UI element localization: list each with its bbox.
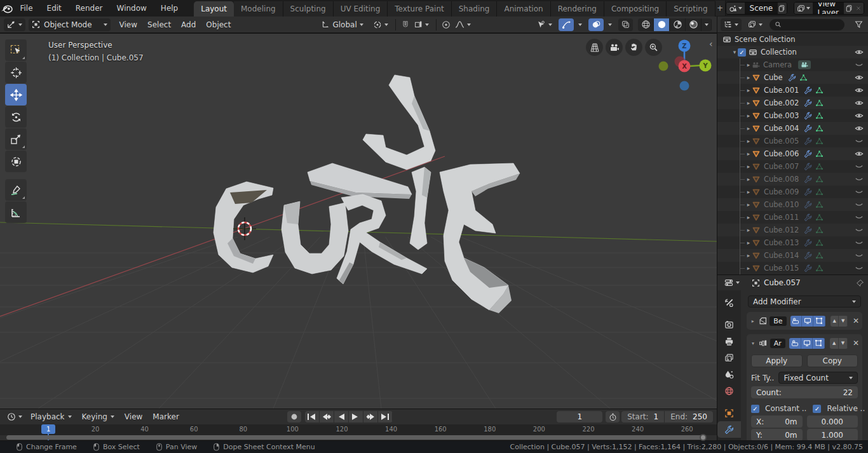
outliner-filter-button[interactable] xyxy=(855,20,863,29)
tab-world[interactable] xyxy=(717,382,741,399)
shading-wireframe-button[interactable] xyxy=(638,18,654,31)
prev-keyframe-button[interactable] xyxy=(320,411,334,423)
timeline-menu-marker[interactable]: Marker xyxy=(147,412,184,421)
add-workspace-button[interactable]: + xyxy=(715,1,726,16)
move-up-button[interactable]: ▲ xyxy=(830,338,839,349)
timeline-scrollbar[interactable] xyxy=(6,435,705,440)
eye-closed-icon[interactable] xyxy=(855,238,864,247)
current-frame-field[interactable]: 1 xyxy=(557,411,602,423)
snap-settings[interactable] xyxy=(411,18,432,31)
outliner-row-scene-collection[interactable]: Scene Collection xyxy=(717,33,868,46)
constant-y-field[interactable]: Y:0m xyxy=(751,429,803,440)
outliner-row-cube.007[interactable]: ▸Cube.007 xyxy=(717,160,868,173)
play-reverse-button[interactable] xyxy=(334,411,349,423)
eye-closed-icon[interactable] xyxy=(855,60,864,69)
pan-view-button[interactable] xyxy=(625,39,642,56)
expand-icon[interactable]: ▸ xyxy=(745,252,752,259)
collection-checkbox[interactable]: ✓ xyxy=(738,48,746,57)
gizmos-dropdown[interactable] xyxy=(575,18,585,31)
timeline-ruler[interactable]: 1 20406080100120140160180200220240260 xyxy=(0,424,717,435)
outliner-row-cube.002[interactable]: ▸Cube.002 xyxy=(717,97,868,109)
visibility-dropdown[interactable] xyxy=(533,18,555,31)
view-layer-name-field[interactable]: View Layer xyxy=(813,3,844,14)
outliner-editor-selector[interactable] xyxy=(721,18,742,31)
frame-end-field[interactable]: End:250 xyxy=(665,411,713,423)
scene-text-curie[interactable] xyxy=(214,75,520,313)
snap-toggle[interactable] xyxy=(400,18,411,31)
tool-cursor[interactable] xyxy=(5,62,27,83)
outliner-row-cube.006[interactable]: ▸Cube.006 xyxy=(717,147,868,160)
collapse-icon[interactable]: ▾ xyxy=(731,49,738,55)
gizmos-toggle[interactable] xyxy=(559,18,574,31)
jump-to-start-button[interactable] xyxy=(305,411,320,423)
eye-open-icon[interactable] xyxy=(855,48,864,57)
timeline-editor-selector[interactable] xyxy=(4,410,25,423)
eye-closed-icon[interactable] xyxy=(855,264,864,273)
eye-open-icon[interactable] xyxy=(855,124,864,133)
expand-icon[interactable]: ▸ xyxy=(745,163,752,170)
outliner-row-cube.008[interactable]: ▸Cube.008 xyxy=(717,173,868,186)
outliner-row-collection[interactable]: ▾✓Collection xyxy=(717,46,868,58)
expand-icon[interactable]: ▸ xyxy=(745,189,752,195)
tab-output[interactable] xyxy=(717,333,741,349)
apply-button[interactable]: Apply xyxy=(751,355,803,367)
shading-rendered-button[interactable] xyxy=(686,18,702,31)
expand-icon[interactable]: ▸ xyxy=(745,176,752,182)
outliner-search-input[interactable] xyxy=(770,19,844,30)
timeline-menu-view[interactable]: View xyxy=(119,412,147,421)
toggle-render-icon[interactable] xyxy=(790,316,802,327)
tool-transform[interactable] xyxy=(5,151,27,172)
expand-icon[interactable]: ▸ xyxy=(745,214,752,220)
outliner-row-cube.012[interactable]: ▸Cube.012 xyxy=(717,224,868,236)
scrollbar-knob[interactable] xyxy=(700,434,707,441)
outliner-row-cube.009[interactable]: ▸Cube.009 xyxy=(717,186,868,198)
pivot-point-selector[interactable] xyxy=(370,18,391,31)
stopwatch-icon[interactable] xyxy=(606,411,620,423)
view-layer-copy-button[interactable] xyxy=(844,3,853,14)
navigation-gizmo[interactable]: Z Y X xyxy=(659,40,712,91)
sidebar-collapse-chevron[interactable]: ‹ xyxy=(709,39,713,49)
outliner-row-camera[interactable]: ▸Camera xyxy=(717,58,868,71)
tool-scale[interactable] xyxy=(5,128,27,150)
eye-open-icon[interactable] xyxy=(855,98,864,107)
expand-icon[interactable]: ▸ xyxy=(750,318,756,324)
expand-icon[interactable]: ▸ xyxy=(745,227,752,233)
add-modifier-dropdown[interactable]: Add Modifier xyxy=(748,295,861,308)
copy-button[interactable]: Copy xyxy=(807,355,858,367)
proportional-falloff-selector[interactable] xyxy=(452,18,474,31)
expand-icon[interactable]: ▸ xyxy=(745,151,752,157)
eye-closed-icon[interactable] xyxy=(855,213,864,222)
expand-icon[interactable]: ▸ xyxy=(745,100,752,106)
toggle-editmode-icon[interactable] xyxy=(813,316,825,327)
outliner-display-mode[interactable] xyxy=(745,18,766,31)
constant-x-field[interactable]: X:0m xyxy=(751,416,803,428)
eye-closed-icon[interactable] xyxy=(855,226,864,234)
tab-layout[interactable]: Layout xyxy=(194,1,234,17)
eye-open-icon[interactable] xyxy=(855,149,864,158)
pin-icon[interactable] xyxy=(856,279,864,287)
expand-icon[interactable]: ▸ xyxy=(745,74,752,81)
tab-object[interactable] xyxy=(717,405,741,421)
eye-open-icon[interactable] xyxy=(855,86,864,95)
eye-open-icon[interactable] xyxy=(855,111,864,120)
tab-scene[interactable] xyxy=(717,366,741,382)
viewport-menu-add[interactable]: Add xyxy=(176,20,201,29)
tab-uv-editing[interactable]: UV Editing xyxy=(334,1,388,17)
menu-file[interactable]: File xyxy=(13,0,39,17)
outliner-row-cube.003[interactable]: ▸Cube.003 xyxy=(717,109,868,122)
menu-render[interactable]: Render xyxy=(69,0,110,17)
outliner-row-cube.015[interactable]: ▸Cube.015 xyxy=(717,262,868,274)
next-keyframe-button[interactable] xyxy=(363,411,378,423)
expand-icon[interactable]: ▸ xyxy=(745,265,752,271)
modifier-name-field[interactable]: Be xyxy=(770,316,786,326)
camera-data-badge[interactable] xyxy=(798,60,811,69)
tab-compositing[interactable]: Compositing xyxy=(604,1,667,17)
expand-icon[interactable]: ▸ xyxy=(745,112,752,119)
xray-toggle[interactable] xyxy=(618,18,633,31)
toggle-render-icon[interactable] xyxy=(789,338,801,349)
count-field[interactable]: Count: 22 xyxy=(751,386,858,398)
jump-to-end-button[interactable] xyxy=(378,411,393,423)
toggle-realtime-icon[interactable] xyxy=(801,338,813,349)
eye-closed-icon[interactable] xyxy=(855,137,864,145)
tab-rendering[interactable]: Rendering xyxy=(551,1,604,17)
